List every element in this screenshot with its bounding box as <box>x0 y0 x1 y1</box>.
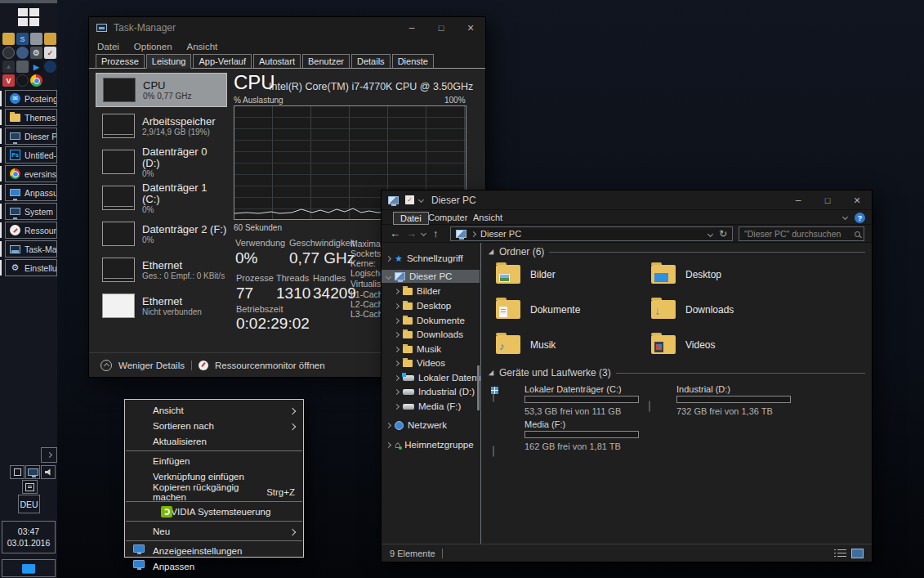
address-dropdown-icon[interactable] <box>708 231 713 236</box>
menu-item-nvidia-systemsteuerung[interactable]: NVIDIA Systemsteuerung <box>125 504 303 519</box>
folder-item-bilder[interactable]: Bilder <box>496 265 556 284</box>
forward-button[interactable]: → <box>406 227 417 240</box>
up-button[interactable]: ↑ <box>433 227 439 240</box>
taskbar-item-chrome[interactable]: eversins ... <box>0 165 57 182</box>
folder-item-downloads[interactable]: Downloads <box>651 300 734 319</box>
perf-item-cpu[interactable]: CPU0% 0,77 GHz <box>96 73 227 107</box>
language-indicator[interactable]: DEU <box>18 495 40 513</box>
qat-dropdown-icon[interactable] <box>418 197 424 203</box>
tree-scrollbar-thumb[interactable] <box>477 365 480 410</box>
app-icon[interactable] <box>2 60 15 73</box>
media-player-icon[interactable] <box>30 60 42 73</box>
ribbon-expand-icon[interactable] <box>842 214 848 220</box>
ribbon-tab-ansicht[interactable]: Ansicht <box>473 213 502 222</box>
perf-item-disk2[interactable]: Datenträger 2 (F:)0% <box>96 217 227 251</box>
address-bar[interactable]: Dieser PC <box>450 226 733 241</box>
app-icon[interactable] <box>30 33 42 45</box>
folder-icon[interactable] <box>2 33 15 45</box>
explorer-titlebar[interactable]: Dieser PC <box>382 190 872 210</box>
perf-item-disk1[interactable]: Datenträger 1 (C:)0% <box>96 181 227 215</box>
recent-locations-icon[interactable] <box>421 231 426 236</box>
tree-item-desktop[interactable]: Desktop <box>395 299 481 312</box>
network-tray-button[interactable] <box>25 465 40 479</box>
minimize-button[interactable] <box>397 17 426 38</box>
weniger-details-button[interactable]: Weniger Details <box>118 361 185 370</box>
section-header-geraete[interactable]: Geräte und Laufwerke (3) <box>488 367 865 379</box>
taskbar-item-system[interactable]: System <box>0 203 57 220</box>
volume-tray-button[interactable] <box>41 465 56 479</box>
search-box[interactable] <box>739 226 864 241</box>
tree-item-videos[interactable]: Videos <box>395 356 481 370</box>
refresh-icon[interactable] <box>719 228 727 240</box>
section-header-ordner[interactable]: Ordner (6) <box>488 246 865 258</box>
skype-icon[interactable] <box>16 33 29 45</box>
browser-icon[interactable] <box>16 47 29 59</box>
steam-icon[interactable] <box>16 74 29 87</box>
settings-icon[interactable] <box>30 47 42 59</box>
tree-item-bilder[interactable]: Bilder <box>395 285 481 298</box>
details-view-icon[interactable] <box>834 549 846 558</box>
tree-item-downloads[interactable]: Downloads <box>395 328 481 341</box>
tab-benutzer[interactable]: Benutzer <box>302 54 350 69</box>
show-desktop-button[interactable] <box>2 559 56 577</box>
ribbon-tab-datei[interactable]: Datei <box>393 212 429 225</box>
ribbon-tab-computer[interactable]: Computer <box>428 213 467 222</box>
taskbar-item-anpassung[interactable]: Anpassu... <box>0 184 57 201</box>
taskbar-item-einstellungen[interactable]: Einstellu... <box>0 259 57 276</box>
maximize-button[interactable] <box>426 17 456 38</box>
taskbar-item-themes[interactable]: Themes <box>0 109 57 126</box>
perf-item-ethernet[interactable]: EthernetGes.: 0 Empf.: 0 KBit/s <box>96 253 227 287</box>
chrome-icon[interactable] <box>30 74 42 87</box>
menu-datei[interactable]: Datei <box>97 42 119 52</box>
tree-item-media[interactable]: Media (F:) <box>395 400 481 413</box>
show-hidden-icons-button[interactable] <box>41 447 57 463</box>
maximize-button[interactable] <box>813 190 842 209</box>
folder-item-videos[interactable]: Videos <box>651 335 715 354</box>
tree-item-heimnetzgruppe[interactable]: Heimnetzgruppe <box>386 438 481 451</box>
menu-item-anpassen[interactable]: Anpassen <box>125 558 303 574</box>
tab-autostart[interactable]: Autostart <box>253 54 301 69</box>
menu-item-anzeigeeinstellungen[interactable]: Anzeigeeinstellungen <box>125 543 303 558</box>
tree-item-schnellzugriff[interactable]: Schnellzugriff <box>386 252 481 265</box>
action-center-button[interactable] <box>22 480 38 494</box>
tab-app-verlauf[interactable]: App-Verlauf <box>193 54 251 69</box>
tree-item-industrial[interactable]: Industrial (D:) <box>395 385 481 398</box>
minimize-button[interactable] <box>783 190 813 209</box>
tree-item-lokaler-datentraeger[interactable]: Lokaler Datenträger (C:) <box>395 371 481 384</box>
search-input[interactable] <box>744 229 855 239</box>
menu-item-aktualisieren[interactable]: Aktualisieren <box>125 433 303 449</box>
close-button[interactable] <box>842 190 872 209</box>
start-button[interactable] <box>18 8 41 28</box>
tree-item-netzwerk[interactable]: Netzwerk <box>386 419 481 432</box>
tree-item-dokumente[interactable]: Dokumente <box>395 314 481 327</box>
app-icon[interactable] <box>44 60 56 73</box>
folder-item-musik[interactable]: Musik <box>496 335 556 354</box>
menu-item-ansicht[interactable]: Ansicht <box>125 402 303 418</box>
tray-app-button[interactable] <box>10 465 25 479</box>
taskbar-item-photoshop[interactable]: Untitled-... <box>0 146 57 164</box>
taskbar-item-ressourcenmonitor[interactable]: Ressourc... <box>0 222 57 239</box>
help-icon[interactable] <box>855 213 865 223</box>
perf-item-disk0[interactable]: Datenträger 0 (D:)0% <box>96 145 227 179</box>
menu-item-einfuegen[interactable]: Einfügen <box>125 453 303 468</box>
large-icons-view-icon[interactable] <box>851 549 864 558</box>
back-button[interactable]: ← <box>390 227 400 240</box>
tab-details[interactable]: Details <box>351 54 391 69</box>
taskbar-item-dieser-pc[interactable]: Dieser PC <box>0 128 57 145</box>
tree-item-dieser-pc[interactable]: Dieser PC <box>382 270 480 283</box>
menu-ansicht[interactable]: Ansicht <box>187 42 218 52</box>
vivaldi-icon[interactable] <box>2 74 15 87</box>
tab-dienste[interactable]: Dienste <box>392 54 434 69</box>
taskbar-item-mail[interactable]: Posteing... <box>0 90 57 107</box>
tab-prozesse[interactable]: Prozesse <box>96 54 145 69</box>
folder-icon[interactable] <box>44 33 56 45</box>
mail-app-icon[interactable] <box>44 47 56 59</box>
close-button[interactable] <box>456 17 485 38</box>
perf-item-memory[interactable]: Arbeitsspeicher2,9/14,9 GB (19%) <box>96 109 227 143</box>
properties-icon[interactable] <box>405 195 414 204</box>
folder-item-dokumente[interactable]: Dokumente <box>496 300 580 319</box>
menu-item-kopieren-rueckgaengig[interactable]: Kopieren rückgängig machenStrg+Z <box>125 484 303 500</box>
app-icon[interactable] <box>2 47 15 59</box>
resource-monitor-link[interactable]: Ressourcenmonitor öffnen <box>215 361 325 370</box>
folder-item-desktop[interactable]: Desktop <box>651 265 721 284</box>
